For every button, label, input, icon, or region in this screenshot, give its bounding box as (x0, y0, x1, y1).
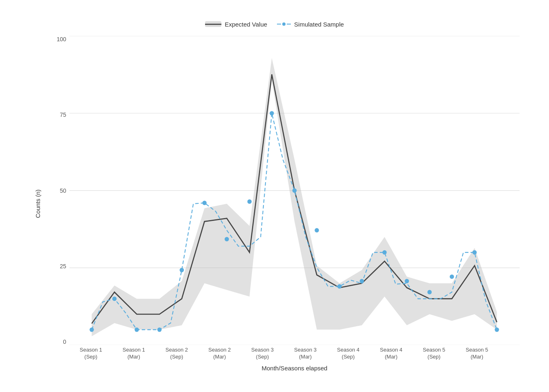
sim-dot-17 (473, 250, 477, 255)
sim-dot-8 (270, 111, 274, 116)
chart-svg (69, 36, 520, 345)
x-tick-9: Season 5 (Mar) (455, 347, 498, 361)
sim-dot-11 (337, 284, 341, 289)
plot-and-yticks: 100 75 50 25 0 (49, 36, 520, 345)
sim-dot-5 (202, 200, 206, 205)
legend-simulated-label: Simulated Sample (294, 21, 344, 28)
sim-dot-18 (495, 327, 499, 332)
x-axis-label: Month/Seasons elapsed (49, 365, 520, 372)
x-tick-0: Season 1 (Sep) (69, 347, 112, 361)
sim-dot-0 (89, 327, 94, 332)
sim-dot-15 (427, 290, 431, 294)
x-tick-6: Season 4 (Sep) (327, 347, 370, 361)
x-ticks-container: Season 1 (Sep) Season 1 (Mar) Season 2 (… (49, 347, 520, 361)
chart-area: Counts (n) 100 75 50 25 0 (29, 36, 520, 372)
y-tick-75: 75 (60, 111, 66, 118)
sim-dot-16 (450, 274, 454, 279)
sim-dot-2 (135, 327, 139, 332)
sim-dot-4 (180, 268, 184, 272)
sim-dot-3 (157, 327, 161, 332)
sim-dot-12 (360, 279, 364, 283)
x-tick-1: Season 1 (Mar) (112, 347, 155, 361)
legend-item-simulated: Simulated Sample (277, 21, 344, 28)
y-axis-label: Counts (n) (29, 36, 46, 372)
y-tick-25: 25 (60, 263, 66, 270)
legend-item-expected: Expected Value (205, 20, 267, 28)
sim-dot-6 (225, 237, 229, 241)
y-tick-100: 100 (57, 36, 66, 42)
chart-inner: 100 75 50 25 0 (49, 36, 520, 372)
sim-dot-13 (382, 250, 386, 255)
y-tick-50: 50 (60, 187, 66, 194)
sim-dot-9 (292, 188, 297, 193)
y-tick-0: 0 (63, 339, 66, 345)
legend-expected-label: Expected Value (225, 21, 267, 28)
x-tick-8: Season 5 (Sep) (413, 347, 455, 361)
sim-dot-10 (315, 228, 319, 233)
chart-legend: Expected Value Simulated Sample (205, 20, 344, 28)
x-tick-2: Season 2 (Sep) (155, 347, 198, 361)
y-ticks: 100 75 50 25 0 (49, 36, 69, 345)
plot-svg (69, 36, 520, 345)
x-tick-3: Season 2 (Mar) (198, 347, 241, 361)
confidence-band (92, 58, 497, 336)
chart-container: Expected Value Simulated Sample Counts (… (29, 20, 520, 372)
sim-dot-1 (112, 296, 116, 301)
x-tick-5: Season 3 (Mar) (284, 347, 327, 361)
x-tick-4: Season 3 (Sep) (241, 347, 284, 361)
x-tick-7: Season 4 (Mar) (370, 347, 413, 361)
sim-dot-14 (405, 279, 409, 283)
sim-dot-7 (248, 199, 252, 204)
